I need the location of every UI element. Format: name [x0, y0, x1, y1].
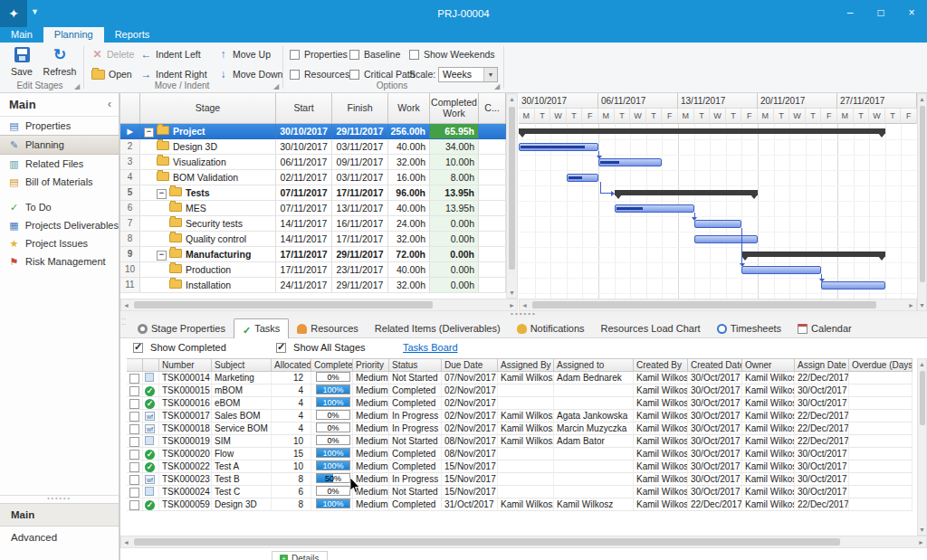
- move-up-button[interactable]: ↑Move Up: [215, 46, 273, 62]
- sidebar-item-bill-of-materials[interactable]: ▤Bill of Materials: [0, 173, 119, 191]
- tasks-column-header[interactable]: Assign Date: [795, 358, 849, 372]
- tasks-board-link[interactable]: Tasks Board: [403, 342, 458, 353]
- stage-row[interactable]: ▶−Project30/10/201729/11/2017256.00h65.9…: [120, 124, 506, 139]
- tasks-column-header[interactable]: Assigned By: [498, 358, 554, 372]
- delete-button[interactable]: ✕Delete: [89, 46, 137, 62]
- tasks-column-header[interactable]: Owner: [742, 358, 795, 372]
- stage-row[interactable]: 3Visualization06/11/201709/11/201732.00h…: [120, 155, 506, 170]
- minimize-button[interactable]: –: [835, 0, 865, 27]
- stage-row[interactable]: 11Installation24/11/201729/11/201732.00h…: [120, 278, 506, 293]
- task-row[interactable]: ✓TSK000022Test A10100%MediumCompleted15/…: [127, 460, 913, 473]
- task-row[interactable]: ✓TSK000016eBOM4100%MediumCompleted02/Nov…: [127, 397, 913, 410]
- gantt-summary-bar[interactable]: [741, 252, 884, 257]
- task-checkbox[interactable]: [129, 462, 139, 472]
- task-row[interactable]: TSK000014Marketing120%MediumNot Started0…: [127, 372, 913, 384]
- indent-left-button[interactable]: ←Indent Left: [138, 46, 204, 62]
- stage-row[interactable]: 10Production17/11/201723/11/201740.00h0.…: [120, 262, 506, 278]
- ribbon-tab-reports[interactable]: Reports: [104, 27, 161, 43]
- collapse-expander-icon[interactable]: −: [144, 128, 154, 138]
- tab-timesheets[interactable]: Timesheets: [709, 319, 789, 338]
- edit-stages-launcher-icon[interactable]: ◢: [74, 82, 80, 90]
- sidebar-splitter-handle[interactable]: ••••••: [0, 495, 119, 503]
- sidebar-item-related-files[interactable]: ▥Related Files: [0, 155, 119, 173]
- tab-calendar[interactable]: Calendar: [789, 319, 860, 338]
- chevron-down-icon[interactable]: ▼: [483, 68, 497, 81]
- baseline-checkbox[interactable]: Baseline: [349, 47, 400, 62]
- tab-tasks[interactable]: ✓Tasks: [234, 318, 289, 339]
- resources-checkbox[interactable]: Resources: [290, 67, 349, 81]
- tasks-column-header[interactable]: Created Date: [688, 358, 742, 372]
- sidebar-item-to-do[interactable]: ✓To Do: [0, 198, 119, 216]
- stage-column-header[interactable]: Finish: [332, 93, 388, 124]
- gantt-task-bar[interactable]: [741, 266, 821, 274]
- show-weekends-checkbox[interactable]: Show Weekends: [409, 47, 495, 62]
- gantt-task-bar[interactable]: [694, 220, 742, 228]
- tasks-column-header[interactable]: Subject: [212, 358, 272, 372]
- gantt-task-bar[interactable]: [694, 235, 758, 243]
- stage-column-header[interactable]: C...: [479, 93, 506, 124]
- gantt-task-bar[interactable]: [821, 281, 884, 289]
- tab-resources[interactable]: Resources: [289, 319, 367, 338]
- task-checkbox[interactable]: [129, 437, 139, 447]
- properties-checkbox[interactable]: Properties: [290, 47, 348, 62]
- ribbon-tab-main[interactable]: Main: [0, 27, 43, 43]
- task-row[interactable]: TSK000019SIM100%MediumNot Started08/Nov/…: [127, 435, 913, 448]
- gantt-task-bar[interactable]: [598, 158, 662, 166]
- collapse-expander-icon[interactable]: −: [157, 251, 167, 261]
- move-indent-launcher-icon[interactable]: ◢: [273, 82, 279, 90]
- stage-grid-vscrollbar[interactable]: ▲ ▼: [506, 93, 518, 299]
- tasks-column-header[interactable]: Created By: [634, 358, 688, 372]
- show-all-stages-checkbox[interactable]: Show All Stages: [276, 342, 366, 353]
- stage-column-header[interactable]: [120, 93, 140, 124]
- sidebar-item-project-issues[interactable]: ★Project Issues: [0, 234, 119, 252]
- tasks-vscrollbar[interactable]: ▲ ▼: [917, 358, 927, 536]
- gantt-task-bar[interactable]: [567, 174, 598, 182]
- task-checkbox[interactable]: [129, 412, 139, 422]
- tasks-column-header[interactable]: [143, 358, 159, 372]
- task-checkbox[interactable]: [129, 399, 139, 409]
- task-row[interactable]: ✓TSK000059Design 3D8100%MediumCompleted3…: [127, 498, 913, 511]
- stage-row[interactable]: 6MES07/11/201713/11/201740.00h13.95h: [120, 201, 506, 216]
- stage-row[interactable]: 9−Manufacturing17/11/201729/11/201772.00…: [120, 247, 506, 262]
- stage-row[interactable]: 7Security tests14/11/201716/11/201724.00…: [120, 216, 506, 232]
- stage-grid-hscrollbar[interactable]: ◄ ►: [120, 299, 518, 311]
- tasks-column-header[interactable]: [127, 358, 143, 372]
- stage-row[interactable]: 2Design 3D30/10/201703/11/201740.00h34.0…: [120, 139, 506, 155]
- tasks-column-header[interactable]: Number: [159, 358, 212, 372]
- tabstrip-drag-handle[interactable]: ⁚⁚: [121, 321, 127, 336]
- task-checkbox[interactable]: [129, 475, 139, 485]
- task-row[interactable]: ✓TSK000015mBOM4100%MediumCompleted02/Nov…: [127, 384, 913, 397]
- tab-resources-load-chart[interactable]: Resources Load Chart: [593, 319, 709, 338]
- tab-notifications[interactable]: Notifications: [509, 319, 593, 338]
- stage-row[interactable]: 5−Tests07/11/201717/11/201796.00h13.95h: [120, 185, 506, 201]
- task-checkbox[interactable]: [129, 450, 139, 460]
- task-checkbox[interactable]: [129, 374, 139, 384]
- task-checkbox[interactable]: [129, 424, 139, 434]
- task-row[interactable]: wfTSK000018Service BOM40%MediumIn Progre…: [127, 422, 913, 435]
- tasks-column-header[interactable]: Allocated: [272, 358, 311, 372]
- tasks-column-header[interactable]: Overdue (Days): [849, 358, 913, 372]
- stage-row[interactable]: 4BOM Validation02/11/201703/11/201716.00…: [120, 170, 506, 185]
- gantt-task-bar[interactable]: [615, 204, 694, 213]
- task-row[interactable]: TSK000024Test C60%MediumNot Started15/No…: [127, 486, 913, 498]
- sidebar-item-projects-deliverables[interactable]: ▦Projects Deliverables: [0, 216, 119, 234]
- task-checkbox[interactable]: [129, 488, 139, 498]
- tasks-column-header[interactable]: Status: [389, 358, 442, 372]
- critical-path-checkbox[interactable]: Critical Path: [349, 67, 416, 81]
- task-row[interactable]: ✓TSK000020Flow15100%MediumCompleted08/No…: [127, 448, 913, 460]
- tasks-column-header[interactable]: Assigned to: [554, 358, 634, 372]
- stage-row[interactable]: 8Quality control14/11/201717/11/201732.0…: [120, 232, 506, 247]
- sidebar-footer-main[interactable]: Main: [0, 503, 119, 526]
- gantt-summary-bar[interactable]: [615, 190, 758, 195]
- sidebar-footer-advanced[interactable]: Advanced: [0, 526, 119, 548]
- show-completed-checkbox[interactable]: Show Completed: [133, 342, 226, 353]
- task-checkbox[interactable]: [129, 500, 139, 510]
- collapse-expander-icon[interactable]: −: [157, 189, 167, 199]
- sidebar-item-properties[interactable]: ▤Properties: [0, 117, 119, 135]
- sidebar-collapse-icon[interactable]: ‹: [108, 93, 111, 116]
- tasks-hscrollbar[interactable]: ◄ ►: [120, 536, 927, 548]
- gantt-vscrollbar[interactable]: ▲ ▼: [917, 93, 927, 311]
- sidebar-item-risk-management[interactable]: ⚑Risk Management: [0, 252, 119, 271]
- ribbon-tab-planning[interactable]: Planning: [43, 27, 104, 43]
- stage-column-header[interactable]: Stage: [140, 93, 276, 124]
